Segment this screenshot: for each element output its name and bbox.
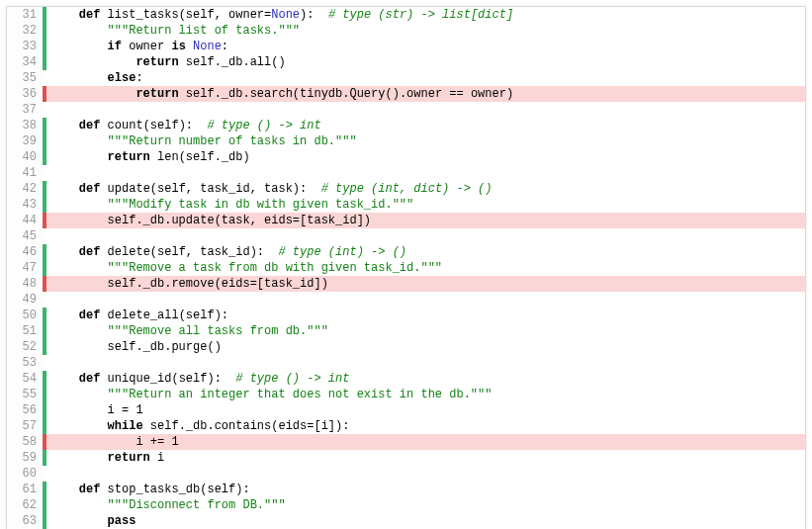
code-line[interactable]: 37 xyxy=(7,102,805,118)
code-text[interactable]: """Return an integer that does not exist… xyxy=(46,387,805,402)
code-text[interactable]: return self._db.all() xyxy=(46,54,805,70)
code-line[interactable]: 34 return self._db.all() xyxy=(7,54,805,70)
code-text[interactable]: i += 1 xyxy=(46,434,805,450)
line-number: 51 xyxy=(7,323,43,339)
code-text[interactable]: """Remove a task from db with given task… xyxy=(46,260,805,276)
code-text[interactable]: """Return number of tasks in db.""" xyxy=(46,133,805,149)
line-number: 35 xyxy=(7,70,43,86)
code-coverage-view: 31 def list_tasks(self, owner=None): # t… xyxy=(6,6,806,529)
code-line[interactable]: 39 """Return number of tasks in db.""" xyxy=(7,133,805,149)
line-number: 37 xyxy=(7,102,43,118)
code-line[interactable]: 58 i += 1 xyxy=(7,434,805,450)
code-line[interactable]: 59 return i xyxy=(7,450,805,466)
code-line[interactable]: 53 xyxy=(7,355,805,371)
code-line[interactable]: 40 return len(self._db) xyxy=(7,149,805,165)
line-number: 38 xyxy=(7,118,43,133)
code-text[interactable]: def count(self): # type () -> int xyxy=(46,118,805,133)
code-text[interactable] xyxy=(46,102,805,118)
code-text[interactable] xyxy=(46,355,805,371)
code-text[interactable]: def delete_all(self): xyxy=(46,308,805,323)
code-text[interactable]: while self._db.contains(eids=[i]): xyxy=(46,418,805,434)
code-line[interactable]: 43 """Modify task in db with given task_… xyxy=(7,197,805,213)
code-text[interactable]: return len(self._db) xyxy=(46,149,805,165)
code-line[interactable]: 50 def delete_all(self): xyxy=(7,308,805,323)
code-text[interactable]: """Disconnect from DB.""" xyxy=(46,497,805,513)
code-text[interactable]: """Remove all tasks from db.""" xyxy=(46,323,805,339)
line-number: 60 xyxy=(7,466,43,482)
line-number: 55 xyxy=(7,387,43,402)
code-line[interactable]: 54 def unique_id(self): # type () -> int xyxy=(7,371,805,387)
code-line[interactable]: 60 xyxy=(7,466,805,482)
line-number: 49 xyxy=(7,292,43,308)
code-line[interactable]: 47 """Remove a task from db with given t… xyxy=(7,260,805,276)
code-text[interactable]: self._db.remove(eids=[task_id]) xyxy=(46,276,805,292)
line-number: 61 xyxy=(7,482,43,497)
code-text[interactable]: def unique_id(self): # type () -> int xyxy=(46,371,805,387)
line-number: 42 xyxy=(7,181,43,197)
code-line[interactable]: 61 def stop_tasks_db(self): xyxy=(7,482,805,497)
code-text[interactable]: else: xyxy=(46,70,805,86)
code-text[interactable]: return self._db.search(tinydb.Query().ow… xyxy=(46,86,805,102)
code-line[interactable]: 36 return self._db.search(tinydb.Query()… xyxy=(7,86,805,102)
line-number: 57 xyxy=(7,418,43,434)
line-number: 62 xyxy=(7,497,43,513)
code-text[interactable]: i = 1 xyxy=(46,402,805,418)
line-number: 59 xyxy=(7,450,43,466)
line-number: 47 xyxy=(7,260,43,276)
line-number: 48 xyxy=(7,276,43,292)
code-line[interactable]: 49 xyxy=(7,292,805,308)
line-number: 54 xyxy=(7,371,43,387)
line-number: 63 xyxy=(7,513,43,529)
code-text[interactable] xyxy=(46,292,805,308)
line-number: 56 xyxy=(7,402,43,418)
code-text[interactable]: def stop_tasks_db(self): xyxy=(46,482,805,497)
line-number: 53 xyxy=(7,355,43,371)
code-line[interactable]: 32 """Return list of tasks.""" xyxy=(7,23,805,39)
line-number: 43 xyxy=(7,197,43,213)
code-line[interactable]: 57 while self._db.contains(eids=[i]): xyxy=(7,418,805,434)
line-number: 32 xyxy=(7,23,43,39)
line-number: 50 xyxy=(7,308,43,323)
code-text[interactable]: def list_tasks(self, owner=None): # type… xyxy=(46,7,805,23)
line-number: 45 xyxy=(7,228,43,244)
code-line[interactable]: 35 else: xyxy=(7,70,805,86)
code-line[interactable]: 62 """Disconnect from DB.""" xyxy=(7,497,805,513)
code-line[interactable]: 48 self._db.remove(eids=[task_id]) xyxy=(7,276,805,292)
code-text[interactable] xyxy=(46,466,805,482)
code-text[interactable]: return i xyxy=(46,450,805,466)
code-text[interactable]: """Return list of tasks.""" xyxy=(46,23,805,39)
line-number: 36 xyxy=(7,86,43,102)
line-number: 31 xyxy=(7,7,43,23)
code-line[interactable]: 46 def delete(self, task_id): # type (in… xyxy=(7,244,805,260)
code-text[interactable]: if owner is None: xyxy=(46,39,805,54)
code-text[interactable] xyxy=(46,165,805,181)
code-line[interactable]: 33 if owner is None: xyxy=(7,39,805,54)
code-line[interactable]: 45 xyxy=(7,228,805,244)
code-line[interactable]: 42 def update(self, task_id, task): # ty… xyxy=(7,181,805,197)
code-text[interactable]: """Modify task in db with given task_id.… xyxy=(46,197,805,213)
code-text[interactable]: self._db.purge() xyxy=(46,339,805,355)
code-text[interactable]: pass xyxy=(46,513,805,529)
code-line[interactable]: 44 self._db.update(task, eids=[task_id]) xyxy=(7,213,805,228)
line-number: 34 xyxy=(7,54,43,70)
line-number: 39 xyxy=(7,133,43,149)
line-number: 46 xyxy=(7,244,43,260)
code-line[interactable]: 56 i = 1 xyxy=(7,402,805,418)
line-number: 52 xyxy=(7,339,43,355)
line-number: 44 xyxy=(7,213,43,228)
code-line[interactable]: 41 xyxy=(7,165,805,181)
line-number: 58 xyxy=(7,434,43,450)
code-text[interactable] xyxy=(46,228,805,244)
line-number: 40 xyxy=(7,149,43,165)
code-text[interactable]: def update(self, task_id, task): # type … xyxy=(46,181,805,197)
code-line[interactable]: 52 self._db.purge() xyxy=(7,339,805,355)
code-line[interactable]: 63 pass xyxy=(7,513,805,529)
code-text[interactable]: self._db.update(task, eids=[task_id]) xyxy=(46,213,805,228)
code-line[interactable]: 38 def count(self): # type () -> int xyxy=(7,118,805,133)
line-number: 41 xyxy=(7,165,43,181)
code-line[interactable]: 51 """Remove all tasks from db.""" xyxy=(7,323,805,339)
line-number: 33 xyxy=(7,39,43,54)
code-text[interactable]: def delete(self, task_id): # type (int) … xyxy=(46,244,805,260)
code-line[interactable]: 31 def list_tasks(self, owner=None): # t… xyxy=(7,7,805,23)
code-line[interactable]: 55 """Return an integer that does not ex… xyxy=(7,387,805,402)
